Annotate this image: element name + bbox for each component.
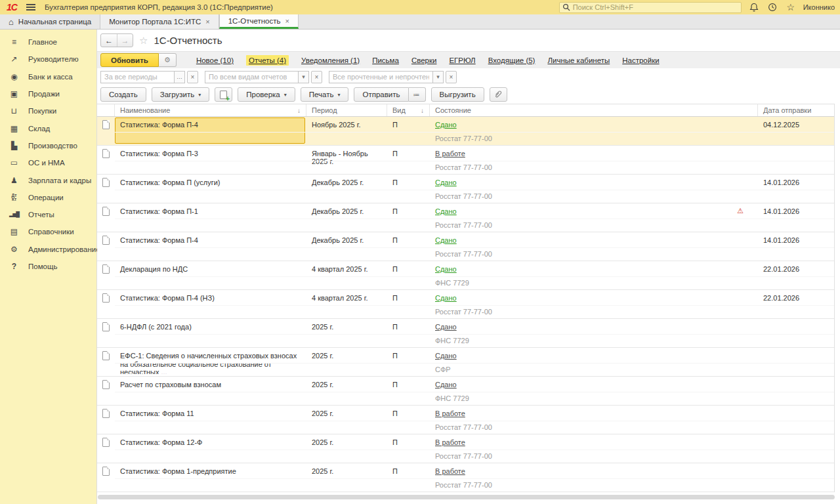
filter-input[interactable] [100,71,174,83]
directories-book-icon: ▤ [9,228,20,236]
notifications-bell-icon[interactable] [748,1,760,13]
filter-clear-icon[interactable]: × [446,71,457,83]
status-link[interactable]: Сдано [435,207,457,215]
print-button[interactable]: Печать▾ [301,87,349,102]
table-row[interactable]: Статистика: Форма 12-Ф 2025 г. П В работ… [97,434,834,463]
horizontal-scrollbar[interactable] [98,495,835,499]
table-row[interactable]: Статистика: Форма П-4 Ноябрь 2025 г. П С… [97,117,834,146]
filter-picker-button[interactable]: ▾ [432,71,444,83]
section-link[interactable]: Входящие (5) [488,56,536,64]
table-row[interactable]: Статистика: Форма П-1 Декабрь 2025 г. П … [97,203,834,232]
filter-picker-button[interactable]: … [174,71,185,83]
section-link[interactable]: Личные кабинеты [547,56,610,64]
main-menu-burger-icon[interactable] [26,7,35,8]
section-link[interactable]: Новое (10) [196,56,234,64]
table-row[interactable]: Расчет по страховым взносам 2025 г. П Сд… [97,377,834,406]
sidebar-item[interactable]: ⊔ Покупки [0,102,96,119]
load-button[interactable]: Загрузить▾ [152,87,210,102]
attachments-button[interactable] [490,87,507,102]
global-search[interactable] [559,2,742,13]
check-button[interactable]: Проверка▾ [238,87,295,102]
status-link[interactable]: В работе [435,150,465,158]
table-row[interactable]: ЕФС-1: Сведения о начисленных страховых … [97,348,834,377]
forward-button[interactable]: → [117,34,133,47]
status-link[interactable]: Сдано [435,265,457,273]
send-button[interactable]: Отправить [354,87,408,102]
section-link[interactable]: Письма [372,56,399,64]
main-content: ← → ☆ 1С-Отчетность Обновить ⚙ Новое (10… [97,30,840,504]
filter-clear-icon[interactable]: × [187,71,198,83]
create-button[interactable]: Создать [100,87,146,102]
status-link[interactable]: Сдано [435,178,457,186]
sidebar-item[interactable]: ▦ Склад [0,119,96,136]
refresh-button[interactable]: Обновить [100,53,159,67]
sidebar-item[interactable]: ▣ Продажи [0,85,96,102]
status-link[interactable]: Сдано [435,323,457,331]
column-kind[interactable]: Вид↓ [387,104,430,116]
current-user[interactable]: Иконнико [803,3,835,11]
sidebar-item[interactable]: ▙ Производство [0,137,96,154]
close-icon[interactable]: × [205,18,209,26]
column-name[interactable]: Наименование↓ [115,104,306,116]
table-row[interactable]: Статистика: Форма 11 2025 г. П В работе … [97,406,834,434]
status-link[interactable]: Сдано [435,352,457,360]
sidebar-item[interactable]: ◉ Банк и касса [0,68,96,85]
table-row[interactable]: Статистика: Форма П-3 Январь - Ноябрь 20… [97,146,834,175]
status-link[interactable]: Сдано [435,294,457,302]
close-icon[interactable]: × [285,17,289,25]
sidebar-item[interactable]: ▤ Справочники [0,223,96,240]
table-row[interactable]: Статистика: Форма П-4 (НЗ) 4 квартал 202… [97,290,834,319]
table-header: Наименование↓ Период Вид↓ Состояние Дата… [97,104,834,117]
send-list-button[interactable]: ≔ [409,87,426,102]
table-row[interactable]: 6-НДФЛ (с 2021 года) 2025 г. П Сдано ⚠ Ф… [97,319,834,348]
export-button[interactable]: Выгрузить [431,87,484,102]
sidebar-item[interactable]: ≡ Главное [0,33,96,51]
sidebar-item[interactable]: ♟ Зарплата и кадры [0,171,96,188]
sidebar-item-label: Справочники [28,228,74,236]
sidebar-item-label: ОС и НМА [28,159,65,167]
tab-its-monitor[interactable]: Монитор Портала 1С:ИТС × [100,14,219,29]
check-label: Проверка [246,91,280,98]
history-nav: ← → [100,33,133,47]
status-link[interactable]: В работе [435,467,465,475]
refresh-settings-gear-icon[interactable]: ⚙ [159,53,177,67]
sidebar-item[interactable]: Дт Кт Операции [0,189,96,206]
sidebar-item[interactable]: ↗ Руководителю [0,51,96,68]
column-status[interactable]: Состояние [430,104,758,116]
add-file-button[interactable] [215,87,232,102]
status-link[interactable]: Сдано [435,381,457,388]
sidebar-item[interactable]: ▭ ОС и НМА [0,154,96,171]
section-link[interactable]: Настройки [622,56,659,64]
column-sent-date[interactable]: Дата отправки [758,104,835,116]
search-input[interactable] [573,3,738,11]
section-link[interactable]: Уведомления (1) [301,56,360,64]
table-row[interactable]: Статистика: Форма 1-предприятие 2025 г. … [97,463,834,492]
section-link[interactable]: Сверки [411,56,437,64]
report-kind: П [387,261,430,276]
sidebar-item-label: Склад [28,125,50,133]
sidebar-item[interactable]: ⚙ Администрирование [0,241,96,258]
column-icon[interactable] [97,104,115,116]
table-row[interactable]: Статистика: Форма П (услуги) Декабрь 202… [97,175,834,203]
filter-picker-button[interactable]: ▾ [298,71,309,83]
favorite-star-icon[interactable]: ☆ [139,35,148,47]
table-row[interactable]: Статистика: Форма П-4 Декабрь 2025 г. П … [97,232,834,261]
sidebar-item[interactable]: ? Помощь [0,258,96,275]
tab-1c-reporting[interactable]: 1С-Отчетность × [219,14,299,29]
sidebar-item[interactable]: ▂▅█ Отчеты [0,206,96,223]
status-link[interactable]: Сдано [435,121,457,129]
status-link[interactable]: В работе [435,438,465,446]
tab-home[interactable]: ⌂ Начальная страница [0,14,100,29]
section-link[interactable]: ЕГРЮЛ [449,56,475,64]
filter-input[interactable] [329,71,432,83]
favorites-star-icon[interactable]: ☆ [785,1,797,13]
status-link[interactable]: В работе [435,410,465,417]
column-period[interactable]: Период [306,104,387,116]
back-button[interactable]: ← [101,34,117,47]
history-clock-icon[interactable] [766,1,778,13]
status-link[interactable]: Сдано [435,236,457,244]
table-row[interactable]: Декларация по НДС 4 квартал 2025 г. П Сд… [97,261,834,290]
filter-clear-icon[interactable]: × [311,71,322,83]
filter-input[interactable] [205,71,298,83]
section-link[interactable]: Отчеты (4) [246,55,289,66]
